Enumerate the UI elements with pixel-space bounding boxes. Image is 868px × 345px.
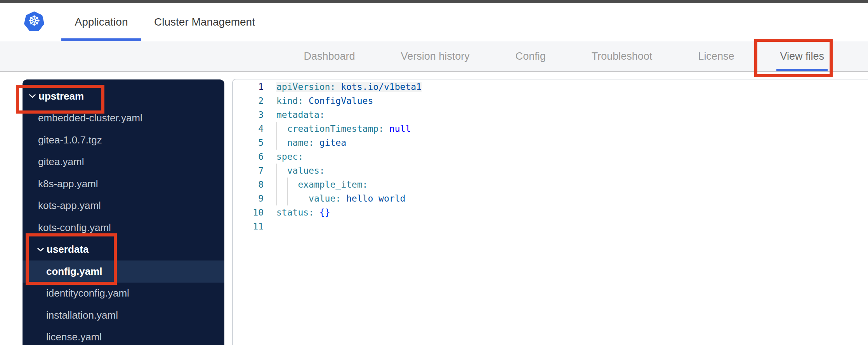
- tree-file-license.yaml[interactable]: license.yaml: [23, 326, 224, 345]
- tree-folder-upstream[interactable]: upstream: [23, 85, 224, 107]
- line-number: 8: [233, 178, 264, 191]
- file-viewer[interactable]: 1apiVersion: kots.io/v1beta12kind: Confi…: [232, 79, 868, 345]
- tree-item-label: license.yaml: [46, 331, 102, 343]
- tree-item-label: installation.yaml: [46, 309, 118, 321]
- code-line-10: 10status: {}: [233, 205, 868, 219]
- tree-item-label: userdata: [47, 243, 89, 255]
- code-line-3: 3metadata:: [233, 108, 868, 122]
- code-line-5: 5 name: gitea: [233, 136, 868, 150]
- tab-cluster-management[interactable]: Cluster Management: [144, 3, 265, 41]
- tree-item-label: gitea.yaml: [38, 156, 84, 168]
- code-line-6: 6spec:: [233, 150, 868, 164]
- tree-file-embedded-cluster.yaml[interactable]: embedded-cluster.yaml: [23, 107, 224, 129]
- line-number: 2: [233, 94, 264, 108]
- code-line-7: 7 values:: [233, 164, 868, 178]
- chevron-down-icon: [37, 247, 44, 252]
- tree-item-label: identityconfig.yaml: [46, 287, 129, 299]
- tree-file-gitea.yaml[interactable]: gitea.yaml: [23, 151, 224, 173]
- line-number: 9: [233, 191, 264, 205]
- helm-wheel-icon: ☸: [28, 13, 40, 29]
- window-top-strip: [0, 0, 868, 3]
- tree-file-gitea-1.0.7.tgz[interactable]: gitea-1.0.7.tgz: [23, 129, 224, 151]
- code-line-11: 11: [233, 219, 868, 233]
- tree-file-kots-app.yaml[interactable]: kots-app.yaml: [23, 195, 224, 217]
- code-line-2: 2kind: ConfigValues: [233, 94, 868, 108]
- tree-item-label: upstream: [38, 90, 84, 102]
- line-number: 10: [233, 205, 264, 219]
- tree-item-label: kots-config.yaml: [38, 222, 111, 234]
- line-number: 11: [233, 219, 264, 233]
- tab-troubleshoot[interactable]: Troubleshoot: [592, 41, 653, 71]
- indent-guide: [276, 164, 277, 178]
- kubernetes-logo: ☸: [24, 11, 44, 32]
- tab-config[interactable]: Config: [516, 41, 546, 71]
- line-number: 4: [233, 122, 264, 136]
- tree-item-label: k8s-app.yaml: [38, 178, 98, 190]
- tab-version-history[interactable]: Version history: [401, 41, 470, 71]
- tree-item-label: gitea-1.0.7.tgz: [38, 134, 102, 146]
- code-line-1: 1apiVersion: kots.io/v1beta1: [233, 80, 868, 94]
- subnav: DashboardVersion historyConfigTroublesho…: [0, 41, 868, 72]
- tab-license[interactable]: License: [698, 41, 734, 71]
- indent-guide: [287, 178, 288, 191]
- code-lines: 1apiVersion: kots.io/v1beta12kind: Confi…: [233, 80, 868, 233]
- chevron-down-icon: [29, 94, 36, 98]
- tree-file-identityconfig.yaml[interactable]: identityconfig.yaml: [23, 283, 224, 305]
- indent-guide: [276, 191, 277, 205]
- line-number: 5: [233, 136, 264, 150]
- line-number: 6: [233, 150, 264, 164]
- indent-guide: [276, 122, 277, 136]
- tree-file-kots-config.yaml[interactable]: kots-config.yaml: [23, 217, 224, 239]
- indent-guide: [276, 136, 277, 150]
- tree-file-k8s-app.yaml[interactable]: k8s-app.yaml: [23, 173, 224, 195]
- line-number: 7: [233, 164, 264, 178]
- indent-guide: [298, 191, 298, 205]
- tab-view-files[interactable]: View files: [780, 41, 824, 71]
- tree-item-label: embedded-cluster.yaml: [38, 112, 142, 124]
- tree-item-label: config.yaml: [46, 266, 102, 278]
- tree-file-installation.yaml[interactable]: installation.yaml: [23, 304, 224, 326]
- file-tree: upstreamembedded-cluster.yamlgitea-1.0.7…: [23, 79, 224, 345]
- line-number: 3: [233, 108, 264, 122]
- line-number: 1: [233, 80, 264, 94]
- tree-folder-userdata[interactable]: userdata: [23, 239, 224, 261]
- tree-item-label: kots-app.yaml: [38, 200, 101, 212]
- top-nav: ☸ Application Cluster Management: [0, 3, 868, 41]
- tab-application[interactable]: Application: [61, 3, 141, 41]
- code-line-9: 9 value: hello world: [233, 191, 868, 205]
- indent-guide: [276, 178, 277, 191]
- indent-guide: [287, 191, 288, 205]
- tree-file-config.yaml[interactable]: config.yaml: [23, 260, 224, 283]
- code-line-4: 4 creationTimestamp: null: [233, 122, 868, 136]
- code-line-8: 8 example_item:: [233, 178, 868, 191]
- tab-dashboard[interactable]: Dashboard: [304, 41, 355, 71]
